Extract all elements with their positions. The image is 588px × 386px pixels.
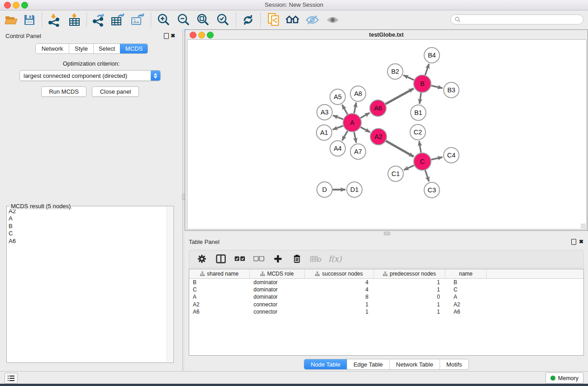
tab-edge-table[interactable]: Edge Table (347, 359, 389, 369)
tab-network-table[interactable]: Network Table (389, 359, 440, 369)
delete-column-icon[interactable] (291, 253, 303, 265)
table-row[interactable]: Adominator80A (189, 293, 583, 300)
edge-A-A7[interactable] (354, 132, 356, 143)
edge-A-A3[interactable] (333, 115, 344, 119)
close-panel-icon[interactable]: ✖ (171, 33, 175, 38)
delete-table-icon[interactable] (310, 253, 322, 265)
new-network-from-selection-icon[interactable] (266, 12, 282, 28)
tab-motifs[interactable]: Motifs (440, 359, 468, 369)
edge-B-B2[interactable] (403, 75, 414, 80)
open-file-icon[interactable] (4, 12, 19, 28)
criterion-dropdown[interactable]: largest connected component (directed) (19, 70, 161, 81)
select-all-rows-icon[interactable] (234, 253, 246, 265)
table-cell: 1 (374, 286, 445, 293)
window-resize-grip[interactable] (581, 224, 586, 229)
mcds-result-scrollbar[interactable] (167, 207, 173, 362)
column-header[interactable]: shared name (189, 269, 250, 278)
close-table-panel-icon[interactable]: ✖ (579, 239, 583, 244)
import-network-icon[interactable] (46, 12, 62, 28)
table-cell: 1 (305, 309, 374, 315)
node-label-C4: C4 (447, 152, 456, 159)
zoom-fit-icon[interactable] (195, 12, 210, 28)
float-panel-icon[interactable] (164, 33, 169, 39)
deselect-all-rows-icon[interactable] (253, 253, 265, 265)
table-settings-icon[interactable] (196, 253, 208, 265)
search-field[interactable] (450, 14, 583, 24)
node-label-D: D (322, 186, 327, 193)
table-row[interactable]: Bdominator41B (189, 279, 583, 286)
mcds-result-item[interactable]: A6 (9, 238, 173, 245)
horizontal-splitter[interactable] (185, 231, 588, 235)
zoom-selected-icon[interactable] (215, 12, 230, 28)
toolbar-separator (42, 13, 42, 27)
export-image-icon[interactable] (130, 12, 145, 28)
edge-A-A1[interactable] (333, 126, 343, 129)
tab-network[interactable]: Network (36, 44, 69, 53)
edge-C-C3[interactable] (425, 170, 429, 181)
close-panel-button[interactable]: Close panel (92, 86, 139, 97)
tab-style[interactable]: Style (69, 44, 93, 53)
edge-A-A8[interactable] (354, 103, 356, 114)
show-all-icon[interactable] (325, 12, 340, 28)
memory-button[interactable]: Memory (545, 372, 583, 384)
splitter-handle[interactable] (384, 232, 390, 235)
network-graph[interactable]: B4B2BB3A8A5A6A3B1AA1C2A2A4A7C4CC1DD1C3 (187, 40, 586, 229)
export-network-icon[interactable] (91, 12, 106, 28)
import-table-icon[interactable] (67, 12, 82, 28)
edge-B-B4[interactable] (425, 64, 429, 75)
edge-A6-B[interactable] (386, 89, 414, 104)
edge-B-B1[interactable] (420, 93, 421, 104)
table-toolbar: f(x) (189, 250, 584, 268)
table-row[interactable]: Cdominator41C (189, 286, 583, 293)
column-header[interactable]: name (445, 269, 487, 278)
edge-A-A4[interactable] (342, 131, 348, 140)
mcds-result-item[interactable]: B (9, 223, 173, 230)
first-neighbors-icon[interactable] (285, 12, 301, 28)
zoom-in-icon[interactable] (156, 12, 171, 28)
network-canvas[interactable]: B4B2BB3A8A5A6A3B1AA1C2A2A4A7C4CC1DD1C3 (187, 39, 587, 229)
function-builder-icon[interactable]: f(x) (329, 253, 341, 265)
column-header[interactable]: predecessor nodes (374, 269, 445, 278)
zoom-out-icon[interactable] (176, 12, 191, 28)
column-header[interactable]: successor nodes (305, 269, 374, 278)
edge-A-A2[interactable] (361, 127, 370, 132)
table-cell: A2 (445, 301, 487, 308)
add-column-icon[interactable] (272, 253, 284, 265)
refresh-layout-icon[interactable] (240, 12, 256, 28)
mcds-result-item[interactable]: A (9, 215, 173, 222)
table-cell: A6 (445, 309, 487, 315)
float-table-panel-icon[interactable] (571, 239, 576, 245)
table-panel: Table Panel ✖ f(x) shared nameMCDS roles… (185, 235, 588, 371)
node-table[interactable]: shared nameMCDS rolesuccessor nodesprede… (189, 269, 584, 356)
run-mcds-button[interactable]: Run MCDS (41, 86, 86, 97)
tab-select[interactable]: Select (93, 44, 120, 53)
column-header[interactable]: MCDS role (250, 269, 305, 278)
node-label-D1: D1 (350, 186, 359, 193)
edge-A-A5[interactable] (342, 105, 348, 114)
search-input[interactable] (461, 16, 571, 23)
edge-A2-C[interactable] (386, 141, 414, 157)
edge-C-C2[interactable] (419, 141, 421, 152)
export-table-icon[interactable] (110, 12, 125, 28)
table-cell: 4 (305, 286, 374, 293)
mcds-result-list[interactable]: A2ABCA6 (7, 206, 173, 245)
edge-C-C4[interactable] (431, 157, 443, 159)
toolbar-separator (260, 13, 261, 27)
network-view-window: testGlobe.txt B4B2BB3A8A5A6A3B1AA1C2A2A4… (185, 29, 588, 231)
table-cell: 1 (374, 301, 445, 308)
edge-C-C1[interactable] (404, 165, 414, 170)
table-row[interactable]: A6connector11A6 (189, 308, 583, 315)
tab-mcds[interactable]: MCDS (120, 44, 148, 53)
table-row[interactable]: A2connector11A2 (189, 301, 583, 308)
mcds-result-group: MCDS result (5 nodes) A2ABCA6 (6, 206, 174, 363)
mcds-result-item[interactable]: C (9, 230, 173, 237)
node-label-A6: A6 (374, 105, 382, 112)
task-history-button[interactable] (5, 373, 18, 384)
edge-B-B3[interactable] (431, 86, 443, 88)
hide-selected-icon[interactable] (305, 12, 320, 28)
column-type-icon (315, 272, 320, 276)
save-session-icon[interactable] (22, 12, 37, 28)
edge-A-A6[interactable] (360, 113, 369, 118)
show-columns-icon[interactable] (215, 253, 227, 265)
tab-node-table[interactable]: Node Table (304, 359, 347, 369)
